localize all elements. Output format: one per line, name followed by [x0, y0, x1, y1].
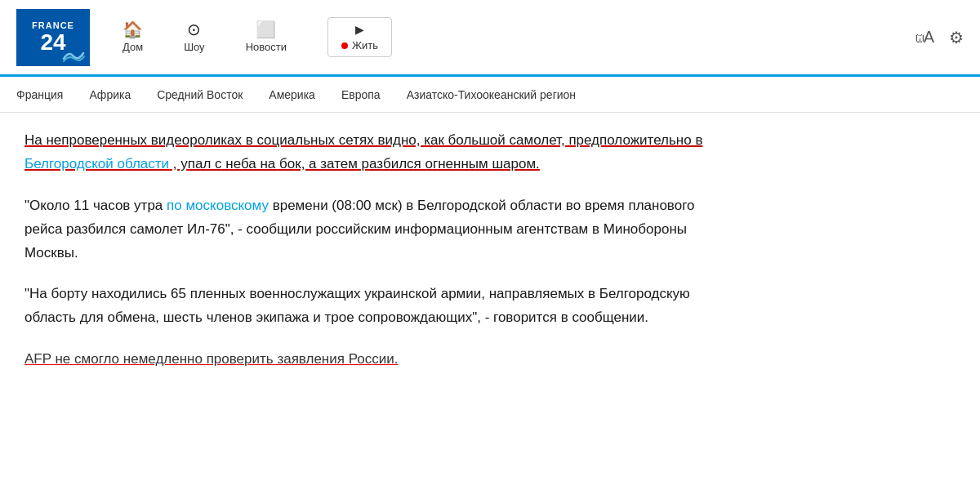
play-icon: ⊙: [187, 21, 201, 38]
site-header: FRANCE 24 🏠 Дом ⊙ Шоу ⬜ Новости ▶ Жить: [0, 0, 980, 77]
article-body: На непроверенных видеороликах в социальн…: [0, 113, 735, 406]
afp-statement: AFP не смогло немедленно проверить заявл…: [24, 351, 398, 367]
settings-icon[interactable]: ⚙: [949, 28, 964, 47]
nav-home-label: Дом: [122, 41, 143, 53]
nav-france[interactable]: Франция: [16, 88, 63, 101]
main-nav: 🏠 Дом ⊙ Шоу ⬜ Новости ▶ Жить: [122, 17, 915, 57]
nav-america[interactable]: Америка: [269, 88, 315, 101]
nav-live[interactable]: ▶ Жить: [327, 17, 392, 57]
nav-africa[interactable]: Африка: [89, 88, 131, 101]
article-para-3: "На борту находились 65 пленных военносл…: [24, 283, 710, 330]
site-logo[interactable]: FRANCE 24: [16, 9, 90, 66]
para1-link[interactable]: Белгородской области: [24, 156, 169, 172]
header-right-controls: ꞷА ⚙: [915, 28, 964, 47]
live-play-icon: ▶: [355, 23, 364, 36]
news-icon: ⬜: [256, 21, 276, 38]
nav-news-label: Новости: [246, 41, 287, 53]
nav-europe[interactable]: Европа: [341, 88, 381, 101]
nav-show[interactable]: ⊙ Шоу: [184, 21, 205, 53]
nav-show-label: Шоу: [184, 41, 205, 53]
para1-text-after: , упал с неба на бок, а затем разбился о…: [169, 156, 540, 172]
nav-news[interactable]: ⬜ Новости: [246, 21, 287, 53]
nav-middle-east[interactable]: Средний Восток: [157, 88, 243, 101]
para1-text-before: На непроверенных видеороликах в социальн…: [24, 132, 702, 148]
nav-home[interactable]: 🏠 Дом: [122, 21, 143, 53]
article-para-1: На непроверенных видеороликах в социальн…: [24, 129, 710, 176]
logo-wave-icon: [62, 47, 87, 63]
nav-asia-pacific[interactable]: Азиатско-Тихоокеанский регион: [407, 88, 576, 101]
article-para-4: AFP не смогло немедленно проверить заявл…: [24, 348, 710, 372]
article-para-2: "Около 11 часов утра по московскому врем…: [24, 194, 710, 265]
nav-live-label: Жить: [352, 39, 378, 51]
para2-text-before: "Около 11 часов утра: [24, 198, 167, 213]
para2-link[interactable]: по московскому: [167, 198, 269, 213]
live-dot: [341, 42, 348, 49]
language-icon[interactable]: ꞷА: [915, 28, 934, 47]
secondary-nav: Франция Африка Средний Восток Америка Ев…: [0, 77, 980, 113]
home-icon: 🏠: [122, 21, 143, 38]
